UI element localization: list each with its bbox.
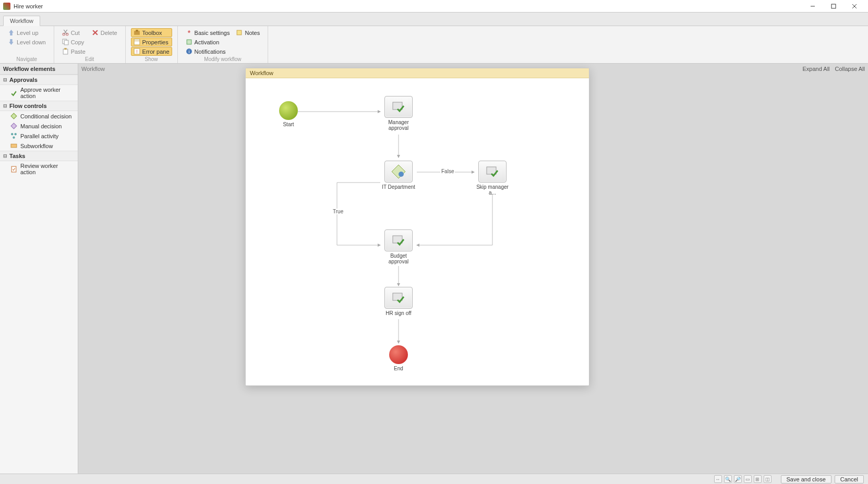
zoom-tool-1[interactable]: ↔ bbox=[714, 475, 722, 483]
copy-button[interactable]: Copy bbox=[59, 38, 88, 46]
basic-settings-button[interactable]: * Basic settings bbox=[183, 28, 233, 37]
node-skip-manager[interactable]: Skip manager a... bbox=[474, 161, 511, 196]
svg-marker-26 bbox=[11, 123, 17, 129]
svg-point-28 bbox=[15, 133, 17, 135]
node-end[interactable]: End bbox=[380, 345, 417, 371]
node-start[interactable]: Start bbox=[270, 101, 307, 127]
minimize-button[interactable] bbox=[802, 0, 823, 13]
paste-button[interactable]: Paste bbox=[59, 47, 88, 56]
end-icon bbox=[389, 345, 408, 364]
category-approvals[interactable]: ⊟ Approvals bbox=[0, 75, 78, 85]
level-up-label: Level up bbox=[17, 30, 39, 36]
canvas-body[interactable]: Start Manager approval IT Department Fal… bbox=[246, 78, 589, 385]
properties-toggle[interactable]: Properties bbox=[131, 38, 172, 46]
notifications-label: Notifications bbox=[195, 49, 226, 55]
node-hr-sign-off[interactable]: HR sign off bbox=[380, 287, 417, 316]
start-label: Start bbox=[270, 122, 307, 127]
ribbon-edit-label: Edit bbox=[59, 56, 120, 62]
notifications-button[interactable]: i Notifications bbox=[183, 47, 233, 56]
svg-rect-14 bbox=[134, 31, 140, 35]
error-pane-label: Error pane bbox=[142, 49, 170, 55]
tab-workflow[interactable]: Workflow bbox=[3, 16, 40, 26]
close-button[interactable] bbox=[844, 0, 865, 13]
svg-rect-24 bbox=[237, 30, 242, 35]
tool-parallel-activity[interactable]: Parallel activity bbox=[0, 131, 78, 141]
node-manager-approval[interactable]: Manager approval bbox=[380, 96, 417, 131]
zoom-extra-icon[interactable]: ◫ bbox=[764, 475, 771, 483]
svg-point-29 bbox=[13, 137, 15, 139]
panel-title: Workflow elements bbox=[0, 64, 78, 75]
workflow-elements-panel: Workflow elements ⊟ Approvals Approve wo… bbox=[0, 64, 78, 474]
svg-rect-21 bbox=[187, 40, 191, 44]
approval-icon bbox=[384, 229, 413, 251]
delete-button[interactable]: Delete bbox=[89, 28, 120, 37]
level-up-button[interactable]: Level up bbox=[5, 28, 49, 37]
properties-label: Properties bbox=[142, 39, 168, 45]
approval-icon bbox=[478, 161, 507, 183]
expand-all-link[interactable]: Expand All bbox=[803, 66, 830, 72]
window-title: Hire worker bbox=[14, 3, 43, 9]
cut-icon bbox=[62, 29, 69, 36]
collapse-all-link[interactable]: Collapse All bbox=[835, 66, 865, 72]
cut-button[interactable]: Cut bbox=[59, 28, 88, 37]
tool-manual-decision[interactable]: Manual decision bbox=[0, 121, 78, 131]
svg-rect-30 bbox=[11, 144, 17, 148]
conditional-icon bbox=[10, 113, 17, 119]
svg-point-39 bbox=[399, 172, 404, 177]
budget-approval-label: Budget approval bbox=[380, 253, 417, 264]
canvas-area[interactable]: Workflow Expand All Collapse All Workflo… bbox=[78, 64, 868, 474]
hr-signoff-label: HR sign off bbox=[380, 310, 417, 316]
tool-approve-worker[interactable]: Approve worker action bbox=[0, 85, 78, 101]
tool-subworkflow[interactable]: Subworkflow bbox=[0, 141, 78, 151]
save-close-button[interactable]: Save and close bbox=[781, 475, 831, 483]
level-down-label: Level down bbox=[17, 39, 46, 45]
category-tasks[interactable]: ⊟ Tasks bbox=[0, 151, 78, 161]
collapse-icon: ⊟ bbox=[3, 77, 7, 82]
collapse-icon: ⊟ bbox=[3, 103, 7, 108]
level-up-icon bbox=[8, 29, 15, 36]
notes-icon bbox=[236, 29, 243, 36]
svg-rect-10 bbox=[63, 49, 68, 54]
zoom-actual-icon[interactable]: ⊞ bbox=[754, 475, 762, 483]
node-it-department[interactable]: IT Department bbox=[380, 161, 417, 190]
svg-point-27 bbox=[11, 133, 13, 135]
basic-settings-label: Basic settings bbox=[195, 30, 230, 36]
level-down-button[interactable]: Level down bbox=[5, 38, 49, 46]
ribbon-group-edit: Cut Copy Paste Delete Edit bbox=[54, 26, 126, 63]
zoom-out-icon[interactable]: 🔎 bbox=[734, 475, 742, 483]
asterisk-icon: * bbox=[186, 29, 192, 36]
zoom-in-icon[interactable]: 🔍 bbox=[724, 475, 732, 483]
notes-button[interactable]: Notes bbox=[233, 28, 262, 37]
tasks-label: Tasks bbox=[9, 153, 25, 159]
level-down-icon bbox=[8, 39, 15, 45]
manager-approval-label: Manager approval bbox=[380, 119, 417, 131]
review-icon bbox=[10, 166, 17, 173]
svg-text:*: * bbox=[187, 29, 190, 36]
notes-label: Notes bbox=[245, 30, 260, 36]
collapse-icon: ⊟ bbox=[3, 153, 7, 159]
zoom-fit-icon[interactable]: ▭ bbox=[744, 475, 752, 483]
breadcrumb[interactable]: Workflow bbox=[81, 66, 105, 72]
toolbox-toggle[interactable]: Toolbox bbox=[131, 28, 172, 37]
node-budget-approval[interactable]: Budget approval bbox=[380, 229, 417, 264]
properties-icon bbox=[134, 39, 140, 45]
category-flow-controls[interactable]: ⊟ Flow controls bbox=[0, 101, 78, 111]
error-pane-toggle[interactable]: ! Error pane bbox=[131, 47, 172, 56]
parallel-label: Parallel activity bbox=[20, 133, 58, 139]
review-worker-label: Review worker action bbox=[20, 163, 74, 175]
workflow-canvas[interactable]: Workflow bbox=[245, 68, 589, 386]
cancel-button[interactable]: Cancel bbox=[835, 475, 864, 483]
decision-icon bbox=[384, 161, 413, 183]
tool-conditional-decision[interactable]: Conditional decision bbox=[0, 111, 78, 121]
tool-review-worker[interactable]: Review worker action bbox=[0, 161, 78, 177]
start-icon bbox=[279, 101, 298, 120]
toolbox-icon bbox=[134, 29, 140, 36]
activation-button[interactable]: Activation bbox=[183, 38, 233, 46]
svg-rect-9 bbox=[64, 40, 68, 45]
maximize-button[interactable] bbox=[823, 0, 844, 13]
ribbon-show-label: Show bbox=[131, 56, 172, 62]
main-area: Workflow elements ⊟ Approvals Approve wo… bbox=[0, 64, 868, 474]
canvas-top-right: Expand All Collapse All bbox=[803, 66, 865, 72]
flow-controls-label: Flow controls bbox=[9, 103, 47, 109]
ribbon: Level up Level down Navigate Cut Copy bbox=[0, 26, 868, 64]
